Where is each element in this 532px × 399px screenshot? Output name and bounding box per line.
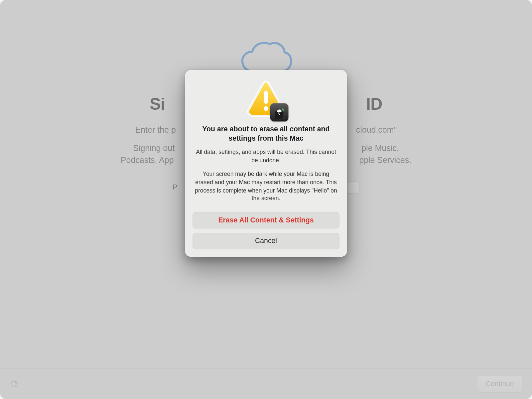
cancel-button[interactable]: Cancel <box>193 233 339 249</box>
erase-all-button[interactable]: Erase All Content & Settings <box>193 212 339 228</box>
svg-point-10 <box>279 112 280 114</box>
dialog-body-line-1: All data, settings, and apps will be era… <box>193 148 338 164</box>
dialog-icon <box>246 79 286 119</box>
dialog-title: You are about to erase all content and s… <box>193 125 339 143</box>
erase-confirmation-dialog: You are about to erase all content and s… <box>185 70 347 257</box>
erase-assistant-badge-icon <box>270 103 288 121</box>
dialog-body-line-2: Your screen may be dark while your Mac i… <box>193 170 338 203</box>
svg-point-9 <box>264 106 268 111</box>
dialog-body: All data, settings, and apps will be era… <box>193 148 339 202</box>
svg-rect-8 <box>264 91 268 104</box>
